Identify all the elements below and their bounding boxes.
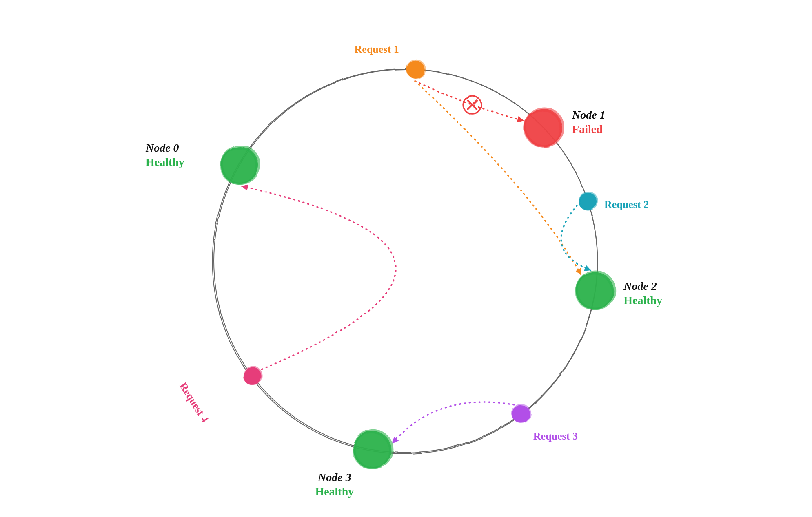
arrowhead-icon xyxy=(517,117,524,122)
node2-label: Node 2Healthy xyxy=(623,279,662,307)
node-status: Healthy xyxy=(146,155,184,169)
blocked-icon xyxy=(463,96,481,114)
arrowhead-icon xyxy=(584,265,591,271)
node-name: Node 1 xyxy=(572,108,606,122)
node3 xyxy=(353,431,392,468)
req2 xyxy=(579,192,597,211)
arrow-req4-to-node0 xyxy=(242,186,396,369)
node-status: Healthy xyxy=(623,293,662,307)
arrow-req3-to-node3 xyxy=(393,402,514,443)
node3-label: Node 3Healthy xyxy=(315,470,354,499)
node-status: Healthy xyxy=(315,484,354,499)
node0 xyxy=(221,146,259,184)
node2 xyxy=(576,272,615,310)
node-name: Node 0 xyxy=(146,141,184,155)
req3-label: Request 3 xyxy=(533,430,578,442)
diagram-viewport: Node 0HealthyNode 1FailedNode 2HealthyNo… xyxy=(0,0,812,517)
diagram-svg xyxy=(0,0,812,517)
req1-label: Request 1 xyxy=(355,43,399,55)
req3 xyxy=(512,404,530,423)
node-status: Failed xyxy=(572,122,606,136)
arrow-req1-to-node2 xyxy=(415,81,581,275)
node1 xyxy=(525,109,563,147)
node1-label: Node 1Failed xyxy=(572,108,606,136)
node-name: Node 3 xyxy=(315,470,354,484)
arrow-req2-to-node2 xyxy=(561,205,590,270)
req1 xyxy=(407,60,425,79)
req4 xyxy=(244,367,262,385)
req2-label: Request 2 xyxy=(604,199,649,211)
node0-label: Node 0Healthy xyxy=(146,141,184,169)
node-name: Node 2 xyxy=(623,279,662,293)
arrowhead-icon xyxy=(242,185,248,190)
